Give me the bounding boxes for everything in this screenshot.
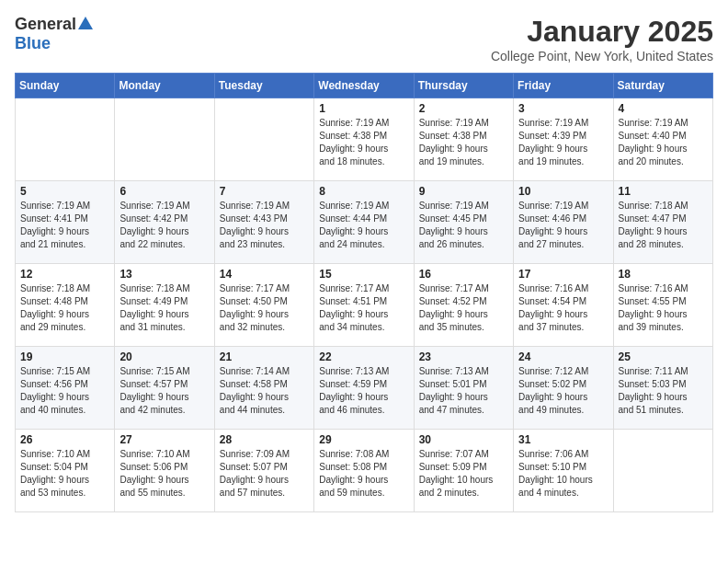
day-header-friday: Friday bbox=[514, 74, 613, 98]
month-title: January 2025 bbox=[491, 15, 713, 49]
calendar-cell: 11Sunrise: 7:18 AM Sunset: 4:47 PM Dayli… bbox=[613, 181, 712, 264]
calendar-cell: 30Sunrise: 7:07 AM Sunset: 5:09 PM Dayli… bbox=[414, 430, 513, 512]
day-header-thursday: Thursday bbox=[414, 74, 513, 98]
day-number: 11 bbox=[619, 185, 708, 198]
day-info: Sunrise: 7:09 AM Sunset: 5:07 PM Dayligh… bbox=[220, 448, 309, 500]
calendar-cell: 25Sunrise: 7:11 AM Sunset: 5:03 PM Dayli… bbox=[613, 347, 712, 430]
calendar-cell: 29Sunrise: 7:08 AM Sunset: 5:08 PM Dayli… bbox=[314, 430, 414, 512]
day-info: Sunrise: 7:18 AM Sunset: 4:49 PM Dayligh… bbox=[119, 282, 209, 334]
day-number: 26 bbox=[20, 433, 109, 446]
day-number: 6 bbox=[119, 185, 209, 198]
calendar-cell: 23Sunrise: 7:13 AM Sunset: 5:01 PM Dayli… bbox=[414, 347, 513, 430]
calendar-cell: 14Sunrise: 7:17 AM Sunset: 4:50 PM Dayli… bbox=[214, 264, 313, 347]
day-info: Sunrise: 7:19 AM Sunset: 4:41 PM Dayligh… bbox=[20, 200, 109, 251]
day-number: 8 bbox=[319, 185, 408, 198]
day-number: 18 bbox=[619, 268, 708, 281]
day-number: 13 bbox=[119, 268, 209, 281]
calendar-cell: 13Sunrise: 7:18 AM Sunset: 4:49 PM Dayli… bbox=[115, 264, 214, 347]
calendar-cell bbox=[214, 98, 313, 181]
day-info: Sunrise: 7:18 AM Sunset: 4:47 PM Dayligh… bbox=[619, 200, 708, 251]
day-info: Sunrise: 7:08 AM Sunset: 5:08 PM Dayligh… bbox=[319, 448, 408, 500]
day-info: Sunrise: 7:10 AM Sunset: 5:06 PM Dayligh… bbox=[119, 448, 209, 500]
day-header-sunday: Sunday bbox=[16, 74, 115, 98]
day-info: Sunrise: 7:19 AM Sunset: 4:38 PM Dayligh… bbox=[419, 117, 508, 168]
day-info: Sunrise: 7:17 AM Sunset: 4:51 PM Dayligh… bbox=[319, 282, 408, 334]
day-info: Sunrise: 7:14 AM Sunset: 4:58 PM Dayligh… bbox=[220, 365, 309, 417]
day-number: 17 bbox=[518, 268, 608, 281]
calendar-cell: 18Sunrise: 7:16 AM Sunset: 4:55 PM Dayli… bbox=[613, 264, 712, 347]
calendar-cell: 15Sunrise: 7:17 AM Sunset: 4:51 PM Dayli… bbox=[314, 264, 414, 347]
day-number: 15 bbox=[319, 268, 408, 281]
page-header: General Blue January 2025 College Point,… bbox=[15, 15, 713, 63]
calendar-header-row: SundayMondayTuesdayWednesdayThursdayFrid… bbox=[16, 74, 713, 98]
day-info: Sunrise: 7:15 AM Sunset: 4:56 PM Dayligh… bbox=[20, 365, 109, 417]
day-header-wednesday: Wednesday bbox=[314, 74, 414, 98]
calendar-cell: 24Sunrise: 7:12 AM Sunset: 5:02 PM Dayli… bbox=[514, 347, 613, 430]
calendar-cell: 27Sunrise: 7:10 AM Sunset: 5:06 PM Dayli… bbox=[115, 430, 214, 512]
day-header-tuesday: Tuesday bbox=[214, 74, 313, 98]
day-info: Sunrise: 7:19 AM Sunset: 4:45 PM Dayligh… bbox=[419, 200, 508, 251]
day-number: 29 bbox=[319, 433, 408, 446]
day-info: Sunrise: 7:19 AM Sunset: 4:40 PM Dayligh… bbox=[619, 117, 708, 168]
day-number: 22 bbox=[319, 350, 408, 363]
calendar-cell: 6Sunrise: 7:19 AM Sunset: 4:42 PM Daylig… bbox=[115, 181, 214, 264]
calendar-week-1: 5Sunrise: 7:19 AM Sunset: 4:41 PM Daylig… bbox=[16, 181, 713, 264]
calendar-cell: 12Sunrise: 7:18 AM Sunset: 4:48 PM Dayli… bbox=[16, 264, 115, 347]
day-info: Sunrise: 7:17 AM Sunset: 4:50 PM Dayligh… bbox=[220, 282, 309, 334]
day-number: 20 bbox=[119, 350, 209, 363]
calendar-cell: 7Sunrise: 7:19 AM Sunset: 4:43 PM Daylig… bbox=[214, 181, 313, 264]
day-number: 1 bbox=[319, 102, 408, 115]
calendar-cell: 4Sunrise: 7:19 AM Sunset: 4:40 PM Daylig… bbox=[613, 98, 712, 181]
calendar-cell: 16Sunrise: 7:17 AM Sunset: 4:52 PM Dayli… bbox=[414, 264, 513, 347]
calendar-cell: 10Sunrise: 7:19 AM Sunset: 4:46 PM Dayli… bbox=[514, 181, 613, 264]
calendar-cell: 8Sunrise: 7:19 AM Sunset: 4:44 PM Daylig… bbox=[314, 181, 414, 264]
day-number: 3 bbox=[518, 102, 608, 115]
calendar-week-2: 12Sunrise: 7:18 AM Sunset: 4:48 PM Dayli… bbox=[16, 264, 713, 347]
day-info: Sunrise: 7:07 AM Sunset: 5:09 PM Dayligh… bbox=[419, 448, 508, 500]
logo-blue-text: Blue bbox=[15, 34, 51, 53]
day-info: Sunrise: 7:19 AM Sunset: 4:42 PM Dayligh… bbox=[119, 200, 209, 251]
day-number: 31 bbox=[518, 433, 608, 446]
calendar-week-3: 19Sunrise: 7:15 AM Sunset: 4:56 PM Dayli… bbox=[16, 347, 713, 430]
day-info: Sunrise: 7:11 AM Sunset: 5:03 PM Dayligh… bbox=[619, 365, 708, 417]
logo-triangle-icon bbox=[78, 17, 93, 29]
day-info: Sunrise: 7:18 AM Sunset: 4:48 PM Dayligh… bbox=[20, 282, 109, 334]
day-number: 24 bbox=[518, 350, 608, 363]
day-number: 21 bbox=[220, 350, 309, 363]
day-info: Sunrise: 7:15 AM Sunset: 4:57 PM Dayligh… bbox=[119, 365, 209, 417]
calendar-cell bbox=[115, 98, 214, 181]
day-number: 19 bbox=[20, 350, 109, 363]
day-info: Sunrise: 7:19 AM Sunset: 4:46 PM Dayligh… bbox=[518, 200, 608, 251]
calendar-cell: 22Sunrise: 7:13 AM Sunset: 4:59 PM Dayli… bbox=[314, 347, 414, 430]
day-info: Sunrise: 7:13 AM Sunset: 5:01 PM Dayligh… bbox=[419, 365, 508, 417]
calendar-cell: 9Sunrise: 7:19 AM Sunset: 4:45 PM Daylig… bbox=[414, 181, 513, 264]
day-number: 25 bbox=[619, 350, 708, 363]
title-block: January 2025 College Point, New York, Un… bbox=[491, 15, 713, 63]
day-number: 4 bbox=[619, 102, 708, 115]
day-header-monday: Monday bbox=[115, 74, 214, 98]
calendar-cell: 31Sunrise: 7:06 AM Sunset: 5:10 PM Dayli… bbox=[514, 430, 613, 512]
day-number: 14 bbox=[220, 268, 309, 281]
day-info: Sunrise: 7:19 AM Sunset: 4:44 PM Dayligh… bbox=[319, 200, 408, 251]
calendar-table: SundayMondayTuesdayWednesdayThursdayFrid… bbox=[15, 73, 713, 512]
day-info: Sunrise: 7:13 AM Sunset: 4:59 PM Dayligh… bbox=[319, 365, 408, 417]
day-number: 27 bbox=[119, 433, 209, 446]
calendar-cell: 20Sunrise: 7:15 AM Sunset: 4:57 PM Dayli… bbox=[115, 347, 214, 430]
calendar-week-0: 1Sunrise: 7:19 AM Sunset: 4:38 PM Daylig… bbox=[16, 98, 713, 181]
day-info: Sunrise: 7:12 AM Sunset: 5:02 PM Dayligh… bbox=[518, 365, 608, 417]
day-info: Sunrise: 7:16 AM Sunset: 4:54 PM Dayligh… bbox=[518, 282, 608, 334]
day-number: 16 bbox=[419, 268, 508, 281]
day-number: 2 bbox=[419, 102, 508, 115]
day-info: Sunrise: 7:16 AM Sunset: 4:55 PM Dayligh… bbox=[619, 282, 708, 334]
day-number: 28 bbox=[220, 433, 309, 446]
location-text: College Point, New York, United States bbox=[491, 49, 713, 63]
calendar-cell bbox=[16, 98, 115, 181]
day-info: Sunrise: 7:19 AM Sunset: 4:38 PM Dayligh… bbox=[319, 117, 408, 168]
calendar-cell: 1Sunrise: 7:19 AM Sunset: 4:38 PM Daylig… bbox=[314, 98, 414, 181]
day-number: 30 bbox=[419, 433, 508, 446]
day-info: Sunrise: 7:10 AM Sunset: 5:04 PM Dayligh… bbox=[20, 448, 109, 500]
day-number: 12 bbox=[20, 268, 109, 281]
day-header-saturday: Saturday bbox=[613, 74, 712, 98]
calendar-week-4: 26Sunrise: 7:10 AM Sunset: 5:04 PM Dayli… bbox=[16, 430, 713, 512]
day-number: 5 bbox=[20, 185, 109, 198]
